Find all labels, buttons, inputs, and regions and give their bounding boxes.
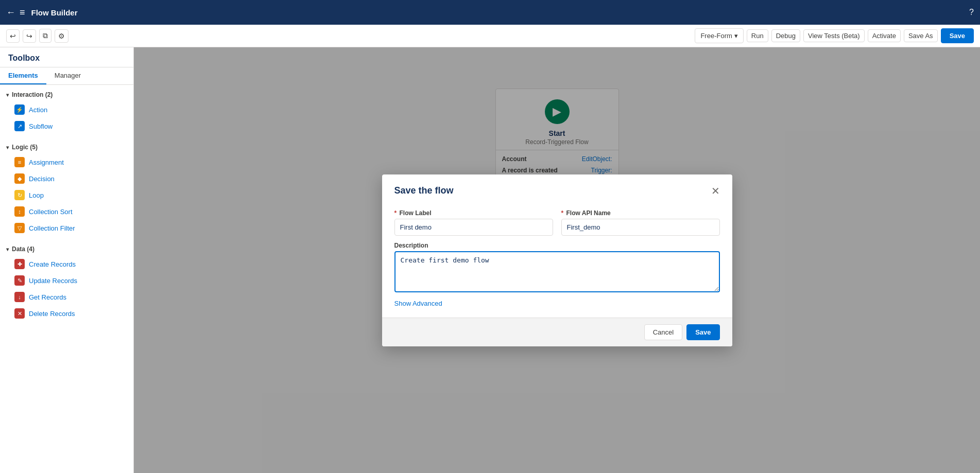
loop-icon: ↻ — [14, 190, 25, 200]
decision-icon: ◆ — [14, 173, 25, 184]
save-button[interactable]: Save — [941, 28, 974, 43]
action-icon: ⚡ — [14, 104, 25, 115]
activate-button[interactable]: Activate — [868, 29, 901, 42]
data-section-header[interactable]: ▾ Data (4) — [0, 242, 133, 256]
chevron-down-icon: ▾ — [734, 32, 738, 40]
free-form-dropdown[interactable]: Free-Form ▾ — [695, 28, 743, 43]
cancel-button[interactable]: Cancel — [644, 324, 682, 340]
subflow-label: Subflow — [29, 122, 53, 130]
logic-section: ▾ Logic (5) ≡ Assignment ◆ Decision ↻ Lo… — [0, 137, 133, 239]
sidebar-item-subflow[interactable]: ↗ Subflow — [0, 118, 133, 134]
undo-button[interactable]: ↩ — [6, 29, 20, 43]
flow-icon: ≡ — [20, 7, 25, 18]
sidebar-item-delete-records[interactable]: ✕ Delete Records — [0, 305, 133, 322]
flow-label-label: * Flow Label — [394, 209, 553, 217]
chevron-down-icon: ▾ — [6, 247, 9, 252]
modal-header: Save the flow ✕ — [382, 174, 732, 205]
subflow-icon: ↗ — [14, 121, 25, 131]
logic-section-label: Logic (5) — [12, 144, 38, 151]
data-section-label: Data (4) — [12, 246, 35, 253]
toolbar: ↩ ↪ ⧉ ⚙ Free-Form ▾ Run Debug View Tests… — [0, 25, 980, 47]
create-records-icon: ✚ — [14, 259, 25, 269]
update-records-icon: ✎ — [14, 275, 25, 286]
flow-api-name-input[interactable] — [561, 219, 720, 236]
flow-label-group: * Flow Label — [394, 209, 553, 236]
dropdown-label: Free-Form — [700, 32, 732, 40]
data-section: ▾ Data (4) ✚ Create Records ✎ Update Rec… — [0, 239, 133, 325]
form-row-names: * Flow Label * Flow API Name — [394, 209, 720, 236]
tab-manager[interactable]: Manager — [46, 67, 89, 84]
flow-api-name-label: * Flow API Name — [561, 209, 720, 217]
save-as-button[interactable]: Save As — [904, 29, 938, 42]
sidebar-item-decision[interactable]: ◆ Decision — [0, 170, 133, 187]
show-advanced-button[interactable]: Show Advanced — [394, 297, 442, 309]
assignment-label: Assignment — [29, 159, 64, 166]
modal-save-button[interactable]: Save — [686, 324, 719, 340]
chevron-down-icon: ▾ — [6, 145, 9, 150]
top-nav: ← ≡ Flow Builder ? — [0, 0, 980, 25]
modal-title: Save the flow — [394, 185, 454, 196]
toolbox-title: Toolbox — [0, 47, 133, 67]
sidebar-item-assignment[interactable]: ≡ Assignment — [0, 154, 133, 170]
interaction-section-label: Interaction (2) — [12, 91, 53, 98]
description-textarea[interactable]: Create first demo flow — [394, 251, 720, 292]
modal-footer: Cancel Save — [382, 318, 732, 346]
modal-close-button[interactable]: ✕ — [711, 185, 720, 197]
sidebar-item-create-records[interactable]: ✚ Create Records — [0, 256, 133, 272]
interaction-section: ▾ Interaction (2) ⚡ Action ↗ Subflow — [0, 85, 133, 137]
sidebar-item-collection-filter[interactable]: ▽ Collection Filter — [0, 220, 133, 236]
create-records-label: Create Records — [29, 260, 76, 268]
chevron-down-icon: ▾ — [6, 92, 9, 98]
back-icon: ← — [6, 7, 15, 18]
delete-records-icon: ✕ — [14, 308, 25, 319]
sidebar-tabs: Elements Manager — [0, 67, 133, 85]
sidebar-item-update-records[interactable]: ✎ Update Records — [0, 272, 133, 289]
collection-filter-icon: ▽ — [14, 223, 25, 233]
settings-button[interactable]: ⚙ — [55, 29, 68, 43]
modal-overlay: Save the flow ✕ * Flow Label — [134, 47, 980, 473]
delete-records-label: Delete Records — [29, 310, 75, 318]
collection-sort-icon: ↕ — [14, 206, 25, 217]
collection-sort-label: Collection Sort — [29, 208, 73, 216]
loop-label: Loop — [29, 191, 44, 199]
back-button[interactable]: ← ≡ — [6, 7, 25, 18]
sidebar-item-collection-sort[interactable]: ↕ Collection Sort — [0, 203, 133, 220]
action-label: Action — [29, 106, 47, 114]
save-flow-modal: Save the flow ✕ * Flow Label — [382, 174, 732, 346]
modal-body: * Flow Label * Flow API Name — [382, 205, 732, 318]
redo-button[interactable]: ↪ — [23, 29, 36, 43]
assignment-icon: ≡ — [14, 157, 25, 167]
canvas: ▶ Start Record-Triggered Flow Object: Ac… — [134, 47, 980, 473]
decision-label: Decision — [29, 175, 55, 183]
flow-label-input[interactable] — [394, 219, 553, 236]
sidebar-item-get-records[interactable]: ↓ Get Records — [0, 289, 133, 305]
description-label: Description — [394, 242, 720, 249]
flow-api-name-required: * — [561, 209, 564, 217]
toolbar-right: Free-Form ▾ Run Debug View Tests (Beta) … — [695, 28, 974, 43]
help-button[interactable]: ? — [969, 8, 974, 17]
copy-button[interactable]: ⧉ — [39, 29, 51, 43]
update-records-label: Update Records — [29, 277, 77, 285]
logic-section-header[interactable]: ▾ Logic (5) — [0, 141, 133, 154]
sidebar-item-action[interactable]: ⚡ Action — [0, 101, 133, 118]
flow-api-name-group: * Flow API Name — [561, 209, 720, 236]
get-records-icon: ↓ — [14, 292, 25, 302]
interaction-section-header[interactable]: ▾ Interaction (2) — [0, 88, 133, 101]
get-records-label: Get Records — [29, 293, 66, 301]
flow-label-required: * — [394, 209, 397, 217]
tab-elements[interactable]: Elements — [0, 67, 46, 84]
run-button[interactable]: Run — [747, 29, 768, 42]
sidebar-item-loop[interactable]: ↻ Loop — [0, 187, 133, 203]
top-nav-right: ? — [969, 8, 974, 17]
app-title: Flow Builder — [31, 8, 78, 17]
collection-filter-label: Collection Filter — [29, 224, 75, 232]
sidebar: Toolbox Elements Manager ▾ Interaction (… — [0, 47, 134, 473]
debug-button[interactable]: Debug — [771, 29, 800, 42]
view-tests-button[interactable]: View Tests (Beta) — [803, 29, 865, 42]
app-body: Toolbox Elements Manager ▾ Interaction (… — [0, 47, 980, 473]
description-group: Description Create first demo flow — [394, 242, 720, 292]
